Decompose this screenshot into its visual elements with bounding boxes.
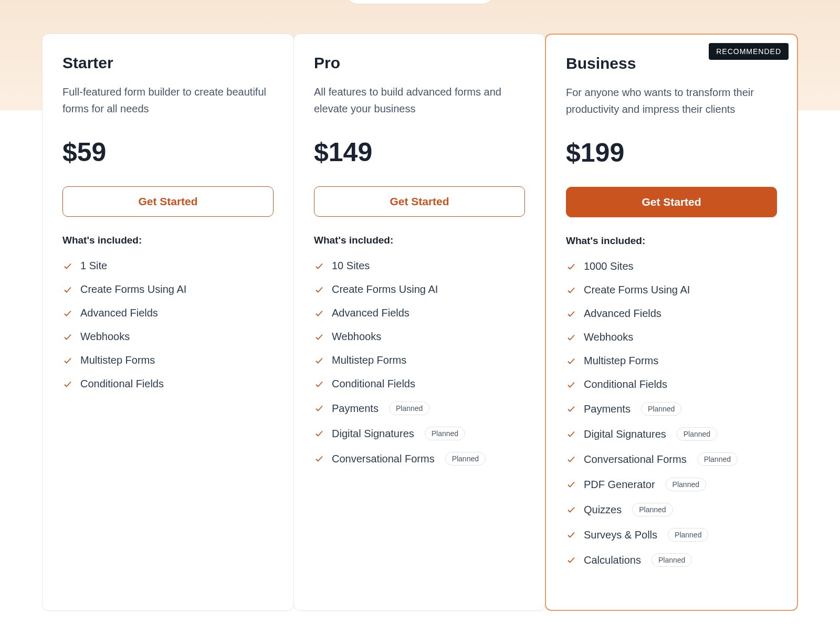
feature-label: Payments: [584, 403, 631, 415]
feature-item: 10 Sites: [314, 260, 525, 272]
feature-item: Multistep Forms: [314, 354, 525, 366]
feature-label: Conversational Forms: [584, 453, 687, 466]
check-icon: [566, 356, 576, 366]
plan-price: $59: [62, 137, 274, 167]
feature-item: Multistep Forms: [566, 355, 777, 367]
plan-card-pro: Pro All features to build advanced forms…: [293, 34, 545, 611]
feature-label: 1 Site: [80, 260, 107, 272]
plan-card-starter: Starter Full-featured form builder to cr…: [42, 34, 294, 611]
feature-item: 1000 Sites: [566, 260, 777, 272]
feature-list: 10 Sites Create Forms Using AI Advanced …: [314, 260, 525, 466]
check-icon: [314, 403, 324, 414]
check-icon: [314, 261, 324, 271]
plan-description: Full-featured form builder to create bea…: [62, 83, 274, 121]
planned-badge: Planned: [677, 427, 717, 441]
feature-item: Create Forms Using AI: [314, 283, 525, 295]
feature-label: Digital Signatures: [584, 428, 666, 440]
recommended-badge: RECOMMENDED: [709, 43, 789, 60]
feature-label: 1000 Sites: [584, 260, 634, 272]
feature-label: Digital Signatures: [332, 428, 414, 440]
check-icon: [62, 261, 73, 271]
check-icon: [314, 284, 324, 295]
feature-item: Conditional Fields: [566, 378, 777, 390]
feature-label: Conversational Forms: [332, 453, 435, 465]
planned-badge: Planned: [425, 427, 465, 440]
feature-item: Advanced Fields: [62, 307, 274, 319]
feature-label: Conditional Fields: [332, 378, 415, 390]
feature-item: Surveys & PollsPlanned: [566, 528, 777, 542]
check-icon: [566, 479, 576, 490]
feature-label: Create Forms Using AI: [80, 283, 186, 295]
feature-item: Conditional Fields: [314, 378, 525, 390]
feature-label: Surveys & Polls: [584, 529, 657, 541]
check-icon: [314, 355, 324, 366]
planned-badge: Planned: [666, 478, 706, 491]
feature-item: Create Forms Using AI: [62, 283, 274, 295]
included-label: What's included:: [62, 235, 274, 246]
get-started-button[interactable]: Get Started: [62, 186, 274, 217]
feature-item: PDF GeneratorPlanned: [566, 478, 777, 491]
check-icon: [566, 404, 576, 414]
included-label: What's included:: [566, 235, 777, 247]
check-icon: [314, 428, 324, 439]
feature-item: Advanced Fields: [314, 307, 525, 319]
check-icon: [566, 429, 576, 439]
get-started-button[interactable]: Get Started: [314, 186, 525, 217]
pricing-cards: Starter Full-featured form builder to cr…: [42, 0, 798, 611]
feature-item: Webhooks: [566, 331, 777, 343]
feature-item: QuizzesPlanned: [566, 503, 777, 516]
feature-item: Digital SignaturesPlanned: [566, 427, 777, 441]
feature-item: 1 Site: [62, 260, 274, 272]
feature-item: PaymentsPlanned: [566, 402, 777, 416]
plan-description: All features to build advanced forms and…: [314, 83, 525, 121]
planned-badge: Planned: [641, 402, 681, 416]
planned-badge: Planned: [697, 452, 738, 466]
feature-label: Create Forms Using AI: [332, 283, 438, 295]
feature-label: Quizzes: [584, 504, 622, 516]
planned-badge: Planned: [389, 401, 429, 415]
check-icon: [566, 285, 576, 295]
feature-label: Advanced Fields: [332, 307, 410, 319]
feature-item: Digital SignaturesPlanned: [314, 427, 525, 440]
feature-list: 1 Site Create Forms Using AI Advanced Fi…: [62, 260, 274, 390]
feature-item: Conversational FormsPlanned: [314, 452, 525, 466]
feature-item: Conditional Fields: [62, 378, 274, 390]
feature-label: Calculations: [584, 554, 641, 566]
check-icon: [314, 332, 324, 342]
included-label: What's included:: [314, 235, 525, 246]
feature-item: Webhooks: [62, 331, 274, 343]
feature-item: Conversational FormsPlanned: [566, 452, 777, 466]
feature-item: CalculationsPlanned: [566, 553, 777, 567]
planned-badge: Planned: [632, 503, 673, 516]
check-icon: [62, 355, 73, 366]
planned-badge: Planned: [668, 528, 708, 542]
feature-label: Webhooks: [80, 331, 130, 343]
check-icon: [314, 453, 324, 464]
feature-label: Conditional Fields: [80, 378, 164, 390]
feature-label: Multistep Forms: [80, 354, 155, 366]
check-icon: [62, 332, 73, 342]
check-icon: [566, 261, 576, 272]
check-icon: [566, 332, 576, 343]
check-icon: [566, 555, 576, 565]
feature-label: Multistep Forms: [332, 354, 406, 366]
feature-label: Webhooks: [584, 331, 633, 343]
check-icon: [566, 530, 576, 540]
plan-description: For anyone who wants to transform their …: [566, 84, 777, 122]
feature-label: 10 Sites: [332, 260, 370, 272]
get-started-button[interactable]: Get Started: [566, 187, 777, 217]
billing-toggle-stub: [344, 0, 496, 4]
feature-item: PaymentsPlanned: [314, 401, 525, 415]
feature-item: Multistep Forms: [62, 354, 274, 366]
feature-list: 1000 Sites Create Forms Using AI Advance…: [566, 260, 777, 567]
check-icon: [62, 284, 73, 295]
check-icon: [566, 309, 576, 319]
plan-name: Pro: [314, 54, 525, 72]
check-icon: [566, 504, 576, 515]
feature-label: Payments: [332, 403, 379, 415]
planned-badge: Planned: [445, 452, 486, 466]
check-icon: [62, 308, 73, 319]
feature-label: Conditional Fields: [584, 378, 667, 390]
check-icon: [62, 379, 73, 389]
feature-label: Multistep Forms: [584, 355, 658, 367]
